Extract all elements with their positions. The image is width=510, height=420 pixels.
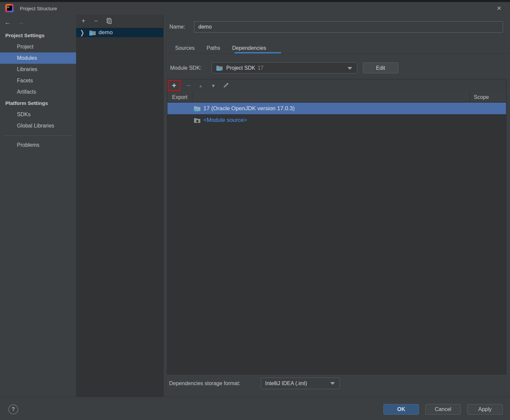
tree-toolbar: + − <box>76 15 163 28</box>
sidebar-item-artifacts[interactable]: Artifacts <box>0 86 76 98</box>
section-header-project-settings: Project Settings <box>0 30 76 41</box>
chevron-right-icon[interactable]: ❯ <box>80 29 84 36</box>
sidebar-item-project[interactable]: Project <box>0 41 76 52</box>
dialog-title: Project Structure <box>20 2 57 15</box>
sidebar-item-sdks[interactable]: SDKs <box>0 109 76 120</box>
modules-tree-panel: + − ❯ demo <box>76 15 163 397</box>
settings-sidebar: ← → Project Settings Project Modules Lib… <box>0 15 76 397</box>
tab-paths[interactable]: Paths <box>207 42 220 53</box>
storage-format-label: Dependencies storage format: <box>169 378 240 389</box>
storage-format-value: IntelliJ IDEA (.iml) <box>265 380 307 386</box>
name-label: Name: <box>169 21 185 33</box>
cancel-button[interactable]: Cancel <box>425 404 461 415</box>
module-sdk-label: Module SDK: <box>170 62 201 73</box>
chevron-down-icon <box>348 67 352 70</box>
module-sdk-value: Project SDK <box>226 65 255 71</box>
add-module-icon[interactable]: + <box>79 16 88 26</box>
tabs-divider <box>163 53 510 54</box>
chevron-down-icon <box>330 382 335 385</box>
sidebar-item-problems[interactable]: Problems <box>0 139 76 151</box>
module-editor-panel: Name: Sources Paths Dependencies Module … <box>163 15 510 397</box>
module-folder-icon <box>89 30 96 36</box>
close-icon[interactable]: ✕ <box>494 2 504 15</box>
sidebar-item-modules[interactable]: Modules <box>0 52 76 64</box>
ok-button[interactable]: OK <box>383 404 419 415</box>
move-up-icon[interactable]: ▲ <box>196 81 205 90</box>
edit-sdk-button[interactable]: Edit <box>363 62 398 73</box>
tree-node-demo[interactable]: ❯ demo <box>76 28 163 37</box>
help-button[interactable]: ? <box>8 404 18 414</box>
tree-node-label: demo <box>99 29 113 36</box>
remove-module-icon[interactable]: − <box>91 16 101 26</box>
sidebar-divider <box>3 135 73 136</box>
move-down-icon[interactable]: ▼ <box>209 81 218 90</box>
section-header-platform-settings: Platform Settings <box>0 98 76 109</box>
dependency-row-jdk[interactable]: 17 (Oracle OpenJDK version 17.0.3) <box>167 103 506 114</box>
history-nav: ← → <box>0 15 76 30</box>
intellij-logo-icon: IJ <box>5 4 14 12</box>
module-source-folder-icon <box>194 117 201 123</box>
tab-sources[interactable]: Sources <box>175 42 195 53</box>
column-divider <box>470 92 470 102</box>
dialog-titlebar: IJ Project Structure ✕ <box>0 2 510 15</box>
add-dependency-highlight-box: + <box>168 80 180 91</box>
column-scope: Scope <box>474 92 489 102</box>
storage-format-dropdown[interactable]: IntelliJ IDEA (.iml) <box>261 378 340 389</box>
column-export: Export <box>172 92 187 102</box>
module-sdk-dropdown[interactable]: Project SDK 17 <box>212 62 357 73</box>
back-arrow-icon[interactable]: ← <box>4 18 11 27</box>
module-sdk-version: 17 <box>257 65 263 71</box>
apply-button[interactable]: Apply <box>467 404 503 415</box>
dependency-label: 17 (Oracle OpenJDK version 17.0.3) <box>203 105 295 112</box>
sidebar-item-global-libraries[interactable]: Global Libraries <box>0 120 76 131</box>
dependencies-toolbar: + − ▲ ▼ <box>167 79 506 92</box>
dependency-row-module-source[interactable]: <Module source> <box>167 114 506 126</box>
dependencies-table-header: Export Scope <box>167 92 506 102</box>
remove-dependency-icon[interactable]: − <box>184 81 193 90</box>
jdk-folder-icon <box>216 65 223 71</box>
sidebar-item-facets[interactable]: Facets <box>0 75 76 86</box>
jdk-folder-icon <box>194 106 201 112</box>
module-name-input[interactable] <box>194 21 503 33</box>
forward-arrow-icon: → <box>18 18 24 27</box>
edit-pencil-icon[interactable] <box>221 81 230 90</box>
copy-module-icon[interactable] <box>104 16 114 26</box>
dialog-footer: ? OK Cancel Apply <box>0 397 510 420</box>
dependency-label: <Module source> <box>203 117 247 124</box>
sidebar-item-libraries[interactable]: Libraries <box>0 64 76 75</box>
dependencies-widget: + − ▲ ▼ Export Scope <box>167 79 506 375</box>
column-divider <box>192 92 192 102</box>
add-dependency-icon[interactable]: + <box>172 82 176 89</box>
